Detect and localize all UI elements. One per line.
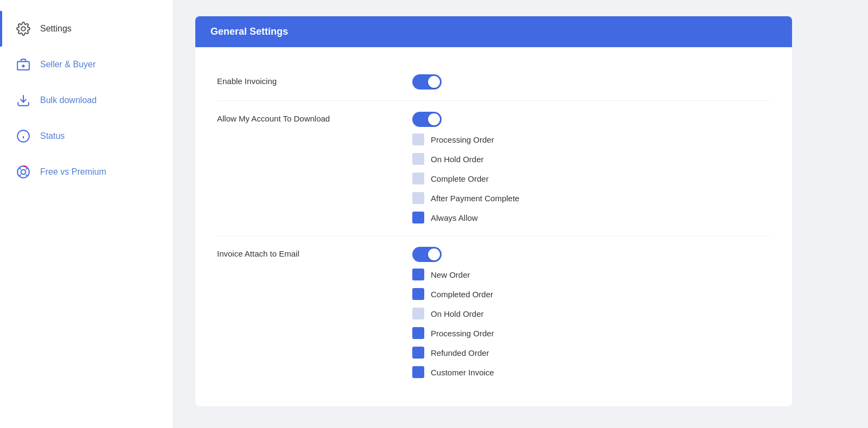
checkbox-box-new-order bbox=[412, 269, 424, 280]
sidebar-label-status: Status bbox=[40, 131, 65, 141]
checkbox-on-hold-order-2[interactable]: On Hold Order bbox=[412, 308, 494, 320]
info-icon bbox=[15, 128, 31, 144]
checkbox-label-processing-order: Processing Order bbox=[431, 135, 494, 144]
checkbox-box-processing-order bbox=[412, 133, 424, 145]
svg-point-0 bbox=[21, 27, 25, 31]
checkbox-new-order[interactable]: New Order bbox=[412, 269, 494, 280]
checkbox-after-payment[interactable]: After Payment Complete bbox=[412, 192, 519, 204]
card-body: Enable Invoicing Allow My Account To Dow… bbox=[195, 47, 792, 406]
toggle-thumb bbox=[428, 76, 440, 88]
main-content: General Settings Enable Invoicing Allow … bbox=[174, 0, 868, 428]
checkbox-label-refunded-order: Refunded Order bbox=[431, 348, 489, 357]
setting-control-enable-invoicing bbox=[412, 74, 442, 90]
setting-label-allow-download: Allow My Account To Download bbox=[217, 112, 412, 123]
toggle-invoice-attach-email[interactable] bbox=[412, 247, 442, 262]
sidebar-label-free-premium: Free vs Premium bbox=[40, 167, 106, 177]
checkbox-processing-order[interactable]: Processing Order bbox=[412, 133, 519, 145]
checkbox-label-new-order: New Order bbox=[431, 270, 470, 279]
setting-control-allow-download: Processing Order On Hold Order Complete … bbox=[412, 112, 519, 225]
checkbox-label-completed-order: Completed Order bbox=[431, 290, 493, 299]
checkbox-box-always-allow bbox=[412, 212, 424, 223]
sidebar-label-bulk-download: Bulk download bbox=[40, 95, 97, 105]
setting-row-allow-download: Allow My Account To Download Processing … bbox=[217, 101, 770, 236]
checkbox-always-allow[interactable]: Always Allow bbox=[412, 212, 519, 223]
checkbox-box-processing-order-2 bbox=[412, 327, 424, 339]
checkbox-label-after-payment: After Payment Complete bbox=[431, 194, 519, 203]
download-icon bbox=[15, 92, 31, 108]
sidebar-item-free-premium[interactable]: Free vs Premium bbox=[0, 154, 173, 190]
setting-row-enable-invoicing: Enable Invoicing bbox=[217, 63, 770, 101]
card-header-title: General Settings bbox=[210, 26, 288, 37]
checkbox-box-after-payment bbox=[412, 192, 424, 204]
sidebar-label-seller-buyer: Seller & Buyer bbox=[40, 60, 95, 69]
checkbox-refunded-order[interactable]: Refunded Order bbox=[412, 347, 494, 359]
checkbox-processing-order-2[interactable]: Processing Order bbox=[412, 327, 494, 339]
checkbox-completed-order[interactable]: Completed Order bbox=[412, 288, 494, 300]
checkbox-label-processing-order-2: Processing Order bbox=[431, 329, 494, 338]
checkbox-box-completed-order bbox=[412, 288, 424, 300]
checkbox-label-complete-order: Complete Order bbox=[431, 174, 489, 183]
gear-icon bbox=[15, 21, 31, 37]
toggle-enable-invoicing[interactable] bbox=[412, 74, 442, 90]
checkbox-label-on-hold-order-2: On Hold Order bbox=[431, 309, 484, 318]
toggle-thumb bbox=[428, 113, 440, 125]
checkbox-label-always-allow: Always Allow bbox=[431, 213, 478, 222]
checkbox-box-customer-invoice bbox=[412, 366, 424, 378]
checkbox-complete-order[interactable]: Complete Order bbox=[412, 173, 519, 184]
sidebar-item-status[interactable]: Status bbox=[0, 118, 173, 154]
checkbox-box-on-hold-order bbox=[412, 153, 424, 165]
svg-line-13 bbox=[19, 175, 21, 176]
svg-line-12 bbox=[26, 168, 28, 169]
sidebar-item-seller-buyer[interactable]: Seller & Buyer bbox=[0, 47, 173, 82]
svg-line-11 bbox=[26, 175, 28, 176]
sidebar-item-bulk-download[interactable]: Bulk download bbox=[0, 82, 173, 118]
setting-label-enable-invoicing: Enable Invoicing bbox=[217, 74, 412, 86]
store-icon bbox=[15, 56, 31, 73]
setting-control-invoice-attach-email: New Order Completed Order On Hold Order … bbox=[412, 247, 494, 379]
toggle-allow-download[interactable] bbox=[412, 112, 442, 127]
sidebar: Settings Seller & Buyer Bulk download bbox=[0, 0, 174, 428]
card-header: General Settings bbox=[195, 16, 792, 47]
checkbox-box-complete-order bbox=[412, 173, 424, 184]
svg-point-9 bbox=[21, 170, 26, 175]
settings-card: General Settings Enable Invoicing Allow … bbox=[195, 16, 792, 406]
checkbox-label-on-hold-order: On Hold Order bbox=[431, 155, 484, 164]
checkbox-on-hold-order[interactable]: On Hold Order bbox=[412, 153, 519, 165]
checkbox-box-refunded-order bbox=[412, 347, 424, 359]
checkbox-label-customer-invoice: Customer Invoice bbox=[431, 368, 494, 377]
setting-label-invoice-attach-email: Invoice Attach to Email bbox=[217, 247, 412, 258]
svg-line-10 bbox=[19, 168, 21, 169]
checkbox-box-on-hold-order-2 bbox=[412, 308, 424, 320]
toggle-thumb bbox=[428, 248, 440, 260]
setting-row-invoice-attach-email: Invoice Attach to Email New Order Comple… bbox=[217, 236, 770, 390]
sidebar-item-settings[interactable]: Settings bbox=[0, 11, 173, 47]
sidebar-label-settings: Settings bbox=[40, 24, 72, 34]
lifebuoy-icon bbox=[15, 164, 31, 180]
checkbox-customer-invoice[interactable]: Customer Invoice bbox=[412, 366, 494, 378]
